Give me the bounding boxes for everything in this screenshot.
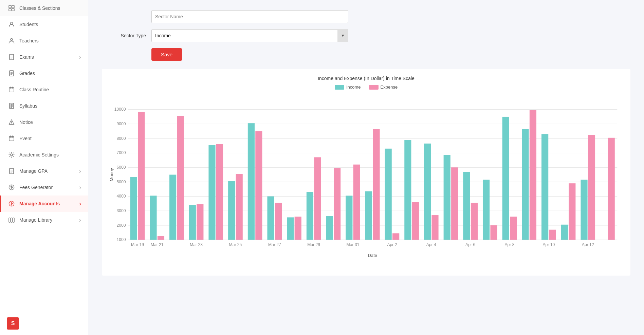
svg-rect-89 <box>353 165 360 240</box>
sidebar-item-class-routine[interactable]: Class Routine <box>0 81 88 98</box>
svg-rect-36 <box>9 218 10 222</box>
svg-text:4000: 4000 <box>117 194 126 199</box>
svg-text:Apr 4: Apr 4 <box>426 242 436 247</box>
svg-text:3000: 3000 <box>117 208 126 213</box>
academic-settings-icon <box>8 151 15 159</box>
svg-rect-73 <box>228 181 235 240</box>
svg-rect-113 <box>541 134 548 240</box>
save-button[interactable]: Save <box>151 48 182 61</box>
sector-name-input[interactable] <box>151 10 348 23</box>
bar-chart: 1000200030004000500060007000800090001000… <box>109 94 624 271</box>
sector-type-select[interactable]: Income Expense <box>151 29 348 42</box>
sidebar-item-fees-generator[interactable]: Fees Generator› <box>0 179 88 196</box>
svg-text:Mar 19: Mar 19 <box>131 242 144 247</box>
sidebar-item-event[interactable]: Event <box>0 130 88 147</box>
chevron-icon-manage-gpa: › <box>79 168 81 175</box>
svg-point-24 <box>11 124 12 124</box>
svg-text:Apr 6: Apr 6 <box>465 242 475 247</box>
sidebar-item-manage-gpa[interactable]: Manage GPA› <box>0 163 88 179</box>
svg-rect-38 <box>13 218 14 222</box>
svg-rect-2 <box>9 8 11 11</box>
svg-rect-96 <box>404 140 411 240</box>
svg-rect-99 <box>431 215 438 240</box>
app-logo: S <box>7 317 19 330</box>
sidebar-item-academic-settings[interactable]: Academic Settings <box>0 147 88 163</box>
sidebar-item-exams[interactable]: Exams› <box>0 49 88 65</box>
students-icon <box>8 21 15 28</box>
svg-rect-63 <box>150 196 157 240</box>
svg-rect-93 <box>385 149 392 240</box>
sidebar-item-label-notice: Notice <box>19 119 33 125</box>
sidebar-item-label-classes-sections: Classes & Sections <box>19 5 60 11</box>
svg-rect-25 <box>9 136 14 141</box>
manage-library-icon <box>8 216 15 224</box>
sidebar-item-syllabus[interactable]: Syllabus <box>0 98 88 114</box>
chevron-icon-exams: › <box>79 54 81 61</box>
svg-rect-92 <box>373 129 380 240</box>
svg-rect-68 <box>189 205 196 240</box>
svg-text:6000: 6000 <box>117 165 126 170</box>
sidebar-item-manage-accounts[interactable]: Manage Accounts› <box>0 196 88 212</box>
sidebar-item-label-fees-generator: Fees Generator <box>19 185 53 190</box>
svg-rect-116 <box>561 225 568 240</box>
svg-rect-76 <box>248 123 255 240</box>
legend-income-box <box>335 85 344 90</box>
svg-point-29 <box>11 154 13 156</box>
svg-text:Apr 10: Apr 10 <box>542 242 555 247</box>
sector-type-row: Sector Type Income Expense ▼ <box>102 29 630 42</box>
legend-expense-box <box>369 85 379 90</box>
svg-rect-77 <box>255 131 262 240</box>
notice-icon <box>8 118 15 126</box>
svg-rect-117 <box>569 183 575 240</box>
svg-rect-78 <box>267 197 274 240</box>
chart-legend: Income Expense <box>109 85 624 90</box>
svg-text:Apr 2: Apr 2 <box>387 242 397 247</box>
svg-rect-69 <box>197 204 203 240</box>
sidebar-item-label-exams: Exams <box>19 54 34 60</box>
sidebar-item-teachers[interactable]: Teachers <box>0 33 88 49</box>
svg-text:2000: 2000 <box>117 223 126 228</box>
legend-expense: Expense <box>369 85 398 90</box>
sidebar-item-label-manage-library: Manage Library <box>19 217 52 223</box>
svg-rect-0 <box>9 5 11 8</box>
svg-rect-83 <box>307 192 313 240</box>
teachers-icon <box>8 37 15 44</box>
legend-income: Income <box>335 85 361 90</box>
svg-rect-118 <box>581 180 587 240</box>
svg-rect-82 <box>295 217 301 240</box>
grades-icon <box>8 70 15 77</box>
sector-name-row <box>102 10 630 23</box>
sector-type-label: Sector Type <box>102 33 146 38</box>
sidebar-item-label-manage-gpa: Manage GPA <box>19 168 48 174</box>
sidebar-item-notice[interactable]: Notice <box>0 114 88 130</box>
svg-rect-108 <box>502 117 509 240</box>
sidebar: Classes & SectionsStudentsTeachersExams›… <box>0 0 88 335</box>
svg-rect-1 <box>12 5 14 8</box>
chart-svg-wrapper: 1000200030004000500060007000800090001000… <box>109 94 624 272</box>
sidebar-item-students[interactable]: Students <box>0 16 88 33</box>
svg-rect-64 <box>158 236 164 240</box>
svg-point-5 <box>11 39 13 41</box>
svg-rect-114 <box>549 230 556 240</box>
svg-text:1000: 1000 <box>117 237 126 242</box>
svg-text:Mar 23: Mar 23 <box>190 242 203 247</box>
svg-rect-88 <box>346 196 352 240</box>
exams-icon <box>8 53 15 61</box>
svg-rect-102 <box>451 167 458 240</box>
event-icon <box>8 135 15 142</box>
sidebar-item-manage-library[interactable]: Manage Library› <box>0 212 88 228</box>
svg-rect-104 <box>471 203 478 240</box>
svg-text:Mar 21: Mar 21 <box>151 242 164 247</box>
chevron-icon-manage-accounts: › <box>79 200 81 207</box>
svg-rect-103 <box>463 172 470 240</box>
sidebar-item-grades[interactable]: Grades <box>0 65 88 81</box>
sidebar-item-label-students: Students <box>19 22 38 27</box>
svg-text:7000: 7000 <box>117 150 126 155</box>
svg-rect-91 <box>365 191 372 240</box>
sidebar-item-classes-sections[interactable]: Classes & Sections <box>0 0 88 16</box>
svg-text:Mar 27: Mar 27 <box>268 242 281 247</box>
svg-rect-72 <box>216 144 223 240</box>
svg-text:Money: Money <box>109 168 114 181</box>
chevron-icon-fees-generator: › <box>79 184 81 191</box>
sidebar-item-label-syllabus: Syllabus <box>19 103 37 109</box>
